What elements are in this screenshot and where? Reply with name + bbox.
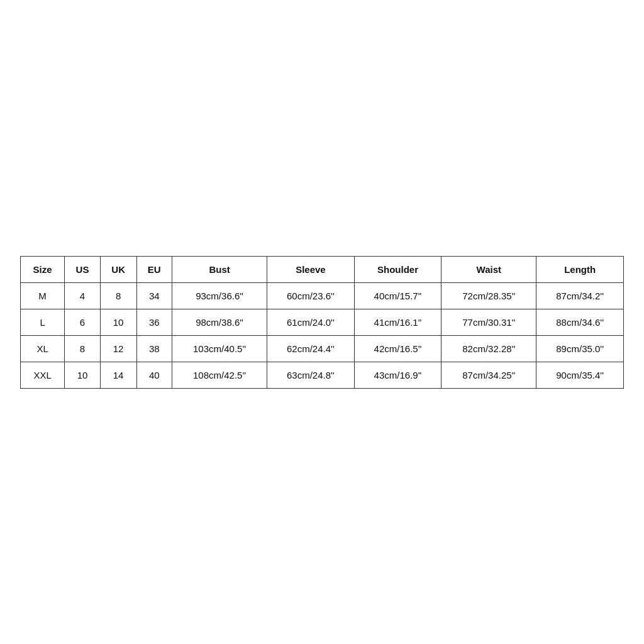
cell-sleeve: 61cm/24.0'': [267, 309, 355, 335]
col-header-uk: UK: [100, 256, 136, 282]
cell-eu: 40: [136, 362, 172, 388]
cell-size: L: [21, 309, 65, 335]
cell-shoulder: 40cm/15.7'': [354, 282, 441, 309]
cell-us: 10: [65, 362, 101, 388]
cell-waist: 72cm/28.35'': [441, 282, 536, 309]
col-header-eu: EU: [136, 256, 172, 282]
col-header-length: Length: [536, 256, 624, 282]
cell-waist: 87cm/34.25'': [441, 362, 536, 388]
col-header-shoulder: Shoulder: [354, 256, 441, 282]
table-row: XXL101440108cm/42.5''63cm/24.8''43cm/16.…: [21, 362, 624, 388]
table-row: XL81238103cm/40.5''62cm/24.4''42cm/16.5'…: [21, 335, 624, 362]
cell-shoulder: 43cm/16.9'': [354, 362, 441, 388]
cell-size: XL: [21, 335, 65, 362]
col-header-us: US: [65, 256, 101, 282]
size-chart-table: Size US UK EU Bust Sleeve Shoulder Waist…: [20, 256, 624, 389]
cell-uk: 10: [100, 309, 136, 335]
cell-waist: 82cm/32.28'': [441, 335, 536, 362]
cell-us: 6: [65, 309, 101, 335]
cell-bust: 93cm/36.6'': [172, 282, 267, 309]
cell-sleeve: 62cm/24.4'': [267, 335, 355, 362]
cell-bust: 98cm/38.6'': [172, 309, 267, 335]
col-header-bust: Bust: [172, 256, 267, 282]
cell-length: 87cm/34.2'': [536, 282, 624, 309]
cell-us: 4: [65, 282, 101, 309]
cell-bust: 108cm/42.5'': [172, 362, 267, 388]
cell-length: 88cm/34.6'': [536, 309, 624, 335]
cell-bust: 103cm/40.5'': [172, 335, 267, 362]
table-row: M483493cm/36.6''60cm/23.6''40cm/15.7''72…: [21, 282, 624, 309]
cell-sleeve: 60cm/23.6'': [267, 282, 355, 309]
cell-waist: 77cm/30.31'': [441, 309, 536, 335]
col-header-waist: Waist: [441, 256, 536, 282]
cell-size: M: [21, 282, 65, 309]
cell-shoulder: 42cm/16.5'': [354, 335, 441, 362]
cell-eu: 38: [136, 335, 172, 362]
cell-length: 90cm/35.4'': [536, 362, 624, 388]
table-row: L6103698cm/38.6''61cm/24.0''41cm/16.1''7…: [21, 309, 624, 335]
cell-uk: 14: [100, 362, 136, 388]
cell-shoulder: 41cm/16.1'': [354, 309, 441, 335]
cell-length: 89cm/35.0'': [536, 335, 624, 362]
cell-size: XXL: [21, 362, 65, 388]
col-header-size: Size: [21, 256, 65, 282]
size-chart-container: Size US UK EU Bust Sleeve Shoulder Waist…: [20, 256, 624, 389]
cell-uk: 12: [100, 335, 136, 362]
col-header-sleeve: Sleeve: [267, 256, 355, 282]
cell-us: 8: [65, 335, 101, 362]
cell-eu: 34: [136, 282, 172, 309]
cell-sleeve: 63cm/24.8'': [267, 362, 355, 388]
cell-eu: 36: [136, 309, 172, 335]
table-header-row: Size US UK EU Bust Sleeve Shoulder Waist…: [21, 256, 624, 282]
cell-uk: 8: [100, 282, 136, 309]
